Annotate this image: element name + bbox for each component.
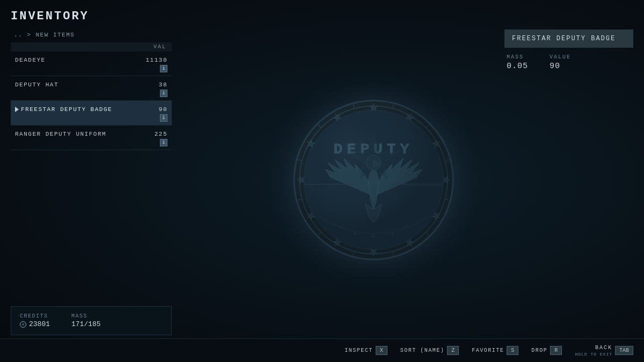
item-val: 11130 bbox=[145, 57, 167, 63]
sort-key: Z bbox=[447, 346, 459, 355]
item-info-icon: i bbox=[160, 65, 167, 72]
value-value: 90 bbox=[550, 62, 571, 71]
detail-title: FREESTAR DEPUTY BADGE bbox=[504, 29, 633, 48]
drop-action[interactable]: DROP R bbox=[531, 346, 562, 355]
svg-point-36 bbox=[294, 100, 453, 259]
detail-value: VALUE 90 bbox=[550, 54, 571, 71]
item-info-icon: i bbox=[160, 114, 167, 122]
value-label: VALUE bbox=[550, 54, 571, 60]
action-bar: INSPECT X SORT (NAME) Z FAVORITE S DROP … bbox=[0, 338, 644, 362]
back-action[interactable]: BACK HOLD TO EXIT TAB bbox=[575, 345, 633, 357]
inspect-key: X bbox=[376, 346, 387, 355]
inventory-table: VAL DEADEYE11130iDEPUTY HAT38iFREESTAR D… bbox=[11, 42, 172, 150]
mass-value: 0.05 bbox=[507, 62, 528, 71]
back-label: BACK bbox=[595, 345, 612, 351]
mass-group: MASS 171/185 bbox=[71, 313, 101, 328]
item-val: 225 bbox=[155, 131, 167, 137]
item-val: 90 bbox=[159, 106, 167, 113]
credits-value: ⊙ 23801 bbox=[20, 320, 50, 328]
back-key: TAB bbox=[615, 346, 633, 355]
item-name: DEPUTY HAT bbox=[15, 82, 58, 88]
sort-label: SORT (NAME) bbox=[400, 348, 445, 353]
table-row[interactable]: DEADEYE11130i bbox=[11, 51, 172, 76]
sort-action[interactable]: SORT (NAME) Z bbox=[400, 346, 459, 355]
inspect-action[interactable]: INSPECT X bbox=[345, 346, 387, 355]
credits-icon: ⊙ bbox=[20, 321, 26, 328]
favorite-key: S bbox=[507, 346, 518, 355]
table-row[interactable]: RANGER DEPUTY UNIFORM225i bbox=[11, 125, 172, 150]
item-info-icon: i bbox=[160, 139, 167, 146]
badge-container: DEPUTY bbox=[288, 94, 459, 268]
back-sub: HOLD TO EXIT bbox=[575, 352, 612, 357]
credits-group: CREDITS ⊙ 23801 bbox=[20, 313, 50, 328]
detail-stats: MASS 0.05 VALUE 90 bbox=[504, 54, 633, 71]
drop-key: R bbox=[550, 346, 562, 355]
mass-stat-value: 171/185 bbox=[71, 320, 101, 328]
bottom-stats-bar: CREDITS ⊙ 23801 MASS 171/185 bbox=[11, 306, 172, 335]
credits-label: CREDITS bbox=[20, 313, 50, 319]
detail-panel: FREESTAR DEPUTY BADGE MASS 0.05 VALUE 90 bbox=[504, 29, 633, 71]
table-row[interactable]: FREESTAR DEPUTY BADGE90i bbox=[11, 101, 172, 125]
item-val: 38 bbox=[159, 82, 167, 88]
detail-mass: MASS 0.05 bbox=[507, 54, 528, 71]
favorite-action[interactable]: FAVORITE S bbox=[472, 346, 518, 355]
col-header-val: VAL bbox=[55, 42, 172, 51]
mass-label: MASS bbox=[507, 54, 528, 60]
badge-visual: DEPUTY bbox=[288, 94, 459, 268]
inventory-panel: .. > NEW ITEMS VAL DEADEYE11130iDEPUTY H… bbox=[11, 29, 172, 150]
drop-label: DROP bbox=[531, 348, 547, 353]
back-group: BACK HOLD TO EXIT bbox=[575, 345, 612, 357]
mass-stat-label: MASS bbox=[71, 313, 101, 319]
breadcrumb: .. > NEW ITEMS bbox=[11, 29, 172, 40]
page-title: INVENTORY bbox=[0, 0, 644, 27]
inspect-label: INSPECT bbox=[345, 348, 373, 353]
favorite-label: FAVORITE bbox=[472, 348, 504, 353]
item-name: RANGER DEPUTY UNIFORM bbox=[15, 131, 106, 137]
col-header-name bbox=[11, 42, 55, 51]
table-row[interactable]: DEPUTY HAT38i bbox=[11, 76, 172, 101]
item-name: FREESTAR DEPUTY BADGE bbox=[15, 106, 112, 113]
main-container: INVENTORY .. > NEW ITEMS VAL DEADEYE1113… bbox=[0, 0, 644, 362]
item-info-icon: i bbox=[160, 90, 167, 97]
cursor-icon bbox=[15, 107, 19, 112]
item-name: DEADEYE bbox=[15, 57, 46, 63]
